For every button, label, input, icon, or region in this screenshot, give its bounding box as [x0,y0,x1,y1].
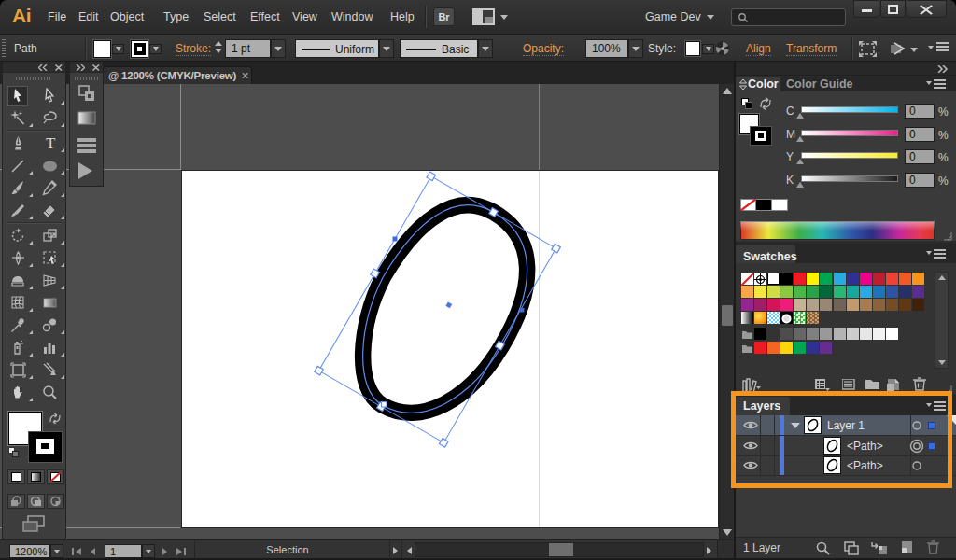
svg-text:T: T [46,135,56,151]
